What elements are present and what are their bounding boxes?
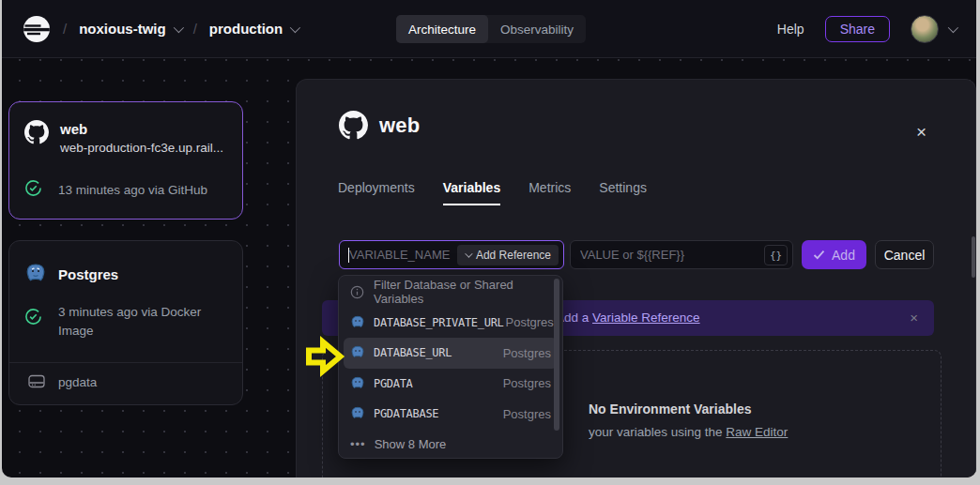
variable-name: DATABASE_URL [374, 346, 452, 359]
breadcrumb-project[interactable]: noxious-twig [79, 21, 181, 37]
dropdown-item-database-private-url[interactable]: DATABASE_PRIVATE_URL Postgres [339, 308, 562, 339]
chevron-down-icon [290, 22, 300, 32]
dropdown-item-database-url[interactable]: DATABASE_URL Postgres [344, 338, 558, 369]
postgres-icon [350, 315, 365, 330]
add-reference-label: Add Reference [476, 249, 551, 262]
banner-close-icon[interactable]: × [910, 310, 918, 326]
railway-logo-icon[interactable] [23, 15, 51, 43]
variable-value-field: {} [570, 240, 793, 269]
breadcrumb-separator: / [193, 21, 197, 37]
variable-value-input[interactable] [571, 241, 792, 268]
annotation-arrow-icon [302, 335, 345, 378]
variable-name: DATABASE_PRIVATE_URL [374, 316, 504, 329]
raw-value-toggle-button[interactable]: {} [764, 245, 788, 265]
add-button-label: Add [832, 248, 855, 263]
tab-variables[interactable]: Variables [443, 180, 501, 205]
breadcrumb-environment[interactable]: production [209, 21, 298, 37]
variable-source: Postgres [501, 407, 551, 421]
cancel-button[interactable]: Cancel [875, 240, 934, 269]
dropdown-item-pgdata[interactable]: PGDATA Postgres [339, 369, 562, 400]
panel-title: web [379, 114, 420, 138]
empty-state-subtitle: your variables using the [589, 425, 726, 439]
service-name: Postgres [58, 266, 118, 282]
service-card-web[interactable]: web web-production-fc3e.up.rail... 13 mi… [8, 101, 243, 220]
variable-name: PGDATA [374, 377, 413, 390]
variable-reference-dropdown: Filter Database or Shared Variables DATA… [338, 275, 563, 459]
help-button[interactable]: Help [777, 22, 804, 37]
show-more-label: Show 8 More [375, 437, 447, 451]
chevron-down-icon [173, 22, 183, 32]
deploy-status: 3 minutes ago via Docker Image [58, 303, 225, 341]
project-name: noxious-twig [79, 21, 166, 37]
service-domain: web-production-fc3e.up.rail... [60, 141, 223, 155]
variable-reference-link[interactable]: Variable Reference [592, 311, 700, 325]
user-avatar [911, 15, 939, 43]
tab-observability[interactable]: Observability [488, 15, 586, 43]
tab-settings[interactable]: Settings [599, 180, 647, 205]
ellipsis-icon: ••• [350, 437, 366, 451]
tab-deployments[interactable]: Deployments [338, 180, 415, 205]
card-divider [9, 362, 242, 363]
variable-name-field: Add Reference [339, 240, 564, 269]
postgres-icon [24, 263, 47, 285]
volume-name[interactable]: pgdata [58, 373, 97, 392]
raw-editor-link[interactable]: Raw Editor [726, 425, 788, 439]
panel-tabs: Deployments Variables Metrics Settings [338, 180, 647, 205]
variable-name: PGDATABASE [374, 407, 438, 420]
window-scrollbar[interactable] [972, 236, 975, 278]
variable-source: Postgres [501, 376, 551, 390]
filter-hint-label: Filter Database or Shared Variables [374, 278, 551, 306]
empty-state-title: No Environment Variables [589, 402, 752, 417]
railway-app-window: / noxious-twig / production Architecture… [2, 0, 976, 477]
dropdown-item-pgdatabase[interactable]: PGDATABASE Postgres [339, 399, 562, 430]
account-menu[interactable] [911, 15, 956, 43]
chevron-down-icon [465, 250, 472, 257]
close-icon[interactable]: × [916, 125, 926, 140]
tab-architecture[interactable]: Architecture [396, 15, 488, 43]
variable-source: Postgres [504, 315, 554, 329]
text-caret [348, 248, 349, 263]
service-name: web [60, 121, 223, 137]
dropdown-scrollbar[interactable] [554, 279, 559, 431]
volume-icon [28, 374, 45, 388]
top-navbar: / noxious-twig / production Architecture… [2, 0, 976, 58]
postgres-icon [350, 406, 365, 421]
check-icon [813, 250, 825, 260]
share-button[interactable]: Share [825, 16, 890, 42]
info-icon [350, 285, 365, 299]
add-reference-button[interactable]: Add Reference [457, 245, 559, 265]
github-icon [339, 111, 368, 140]
dropdown-filter-hint: Filter Database or Shared Variables [339, 277, 562, 308]
postgres-icon [350, 376, 365, 391]
deploy-status: 13 minutes ago via GitHub [58, 181, 207, 200]
postgres-icon [350, 345, 365, 360]
view-switcher: Architecture Observability [396, 15, 586, 43]
github-icon [24, 120, 49, 144]
breadcrumb-separator: / [63, 21, 67, 37]
tab-metrics[interactable]: Metrics [528, 180, 571, 205]
add-variable-button[interactable]: Add [802, 240, 866, 269]
dropdown-show-more[interactable]: ••• Show 8 More [339, 430, 562, 461]
variable-source: Postgres [501, 346, 551, 360]
deploy-success-icon [24, 179, 42, 197]
chevron-down-icon [948, 22, 958, 32]
environment-name: production [209, 21, 283, 37]
deploy-success-icon [24, 308, 42, 326]
service-card-postgres[interactable]: Postgres 3 minutes ago via Docker Image … [8, 240, 243, 405]
